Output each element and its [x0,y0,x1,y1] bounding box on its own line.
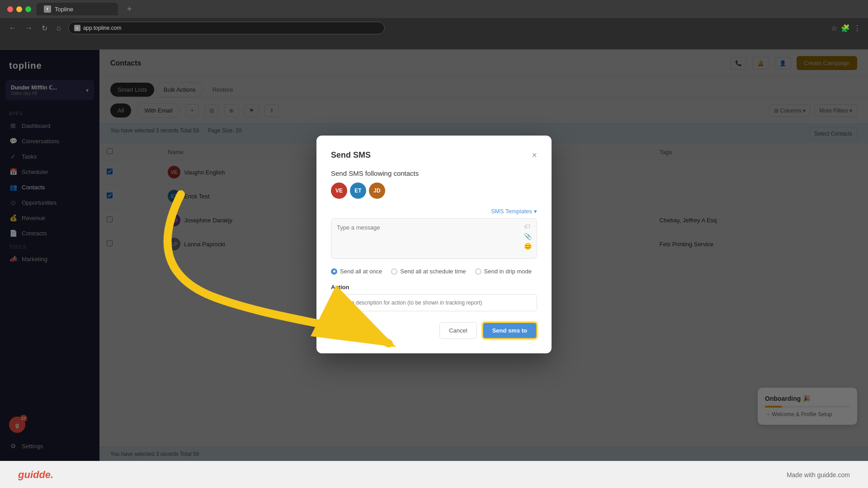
send-sms-modal: Send SMS × Send SMS following contacts V… [316,136,552,353]
browser-toolbar: ← → ↻ ⌂ t app.topline.com ☆ 🧩 ⋮ [0,18,868,38]
attachment-icon[interactable]: 📎 [524,233,532,240]
contact-chip-jd: JD [369,183,385,199]
modal-header: Send SMS × [331,150,537,160]
send-drip-option[interactable]: Send in drip mode [475,268,532,275]
emoji-icon[interactable]: 😊 [524,243,532,250]
menu-icon[interactable]: ⋮ [854,24,861,33]
footer-brand: guidde. [18,469,53,481]
toolbar-actions: ☆ 🧩 ⋮ [831,24,861,33]
new-tab-button[interactable]: + [123,3,136,16]
send-at-schedule-label: Send all at schedule time [400,268,466,275]
maximize-window-button[interactable] [25,6,31,12]
tab-favicon: t [44,5,51,13]
sms-templates-section: SMS Templates ▾ [331,208,537,215]
cancel-button[interactable]: Cancel [439,322,476,339]
footer: guidde. Made with guidde.com [0,461,868,488]
address-favicon: t [74,25,80,31]
forward-button[interactable]: → [24,22,34,34]
tab-title: Topline [55,6,73,13]
browser-tab[interactable]: t Topline [37,3,118,15]
address-text: app.topline.com [83,25,122,31]
send-at-once-radio[interactable] [331,268,337,274]
message-input-wrapper: 🏷 📎 😊 [331,218,537,268]
browser-titlebar: t Topline + [0,0,868,18]
send-drip-radio[interactable] [475,268,481,274]
send-at-once-option[interactable]: Send all at once [331,268,382,275]
footer-tagline: Made with guidde.com [787,471,850,479]
message-input[interactable] [331,218,537,259]
action-input[interactable] [331,294,537,311]
address-bar[interactable]: t app.topline.com [68,22,385,34]
action-section: Action [331,284,537,311]
back-button[interactable]: ← [7,22,18,34]
minimize-window-button[interactable] [16,6,22,12]
reload-button[interactable]: ↻ [40,22,49,34]
chevron-down-icon: ▾ [534,208,537,215]
home-button[interactable]: ⌂ [55,22,63,34]
browser-chrome: t Topline + ← → ↻ ⌂ t app.topline.com ☆ … [0,0,868,50]
app-container: topline Dunder Mifflin ℂ... Sales day #9… [0,50,868,461]
bookmark-icon[interactable]: ☆ [831,24,837,33]
modal-close-button[interactable]: × [532,150,537,160]
action-label: Action [331,284,537,291]
traffic-lights [7,6,31,12]
contact-avatars: VE ET JD [331,183,537,199]
message-icons: 🏷 📎 😊 [524,223,532,250]
modal-subtitle: Send SMS following contacts [331,169,537,177]
sms-templates-button[interactable]: SMS Templates ▾ [491,208,537,215]
send-sms-button[interactable]: Send sms to [482,322,537,339]
tag-icon[interactable]: 🏷 [524,223,532,230]
modal-footer: Cancel Send sms to [331,322,537,339]
contact-chip-ve: VE [331,183,347,199]
send-at-once-label: Send all at once [340,268,382,275]
send-at-schedule-option[interactable]: Send all at schedule time [391,268,466,275]
contact-chip-et: ET [350,183,366,199]
close-window-button[interactable] [7,6,13,12]
send-drip-label: Send in drip mode [484,268,532,275]
modal-title: Send SMS [331,150,371,160]
send-at-schedule-radio[interactable] [391,268,397,274]
extensions-icon[interactable]: 🧩 [841,24,850,33]
send-options: Send all at once Send all at schedule ti… [331,268,537,275]
